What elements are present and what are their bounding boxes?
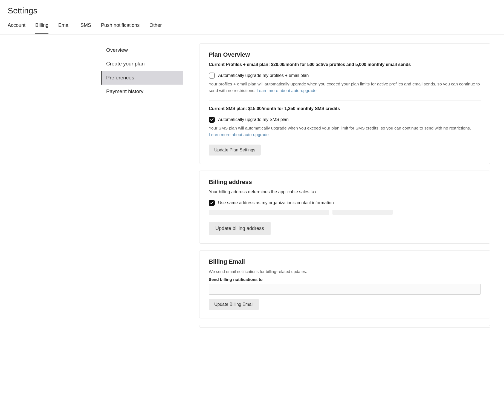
sidebar-item-create-plan[interactable]: Create your plan — [101, 57, 183, 71]
auto-upgrade-sms-link[interactable]: Learn more about auto-upgrade — [209, 132, 269, 137]
sidebar-item-overview[interactable]: Overview — [101, 43, 183, 57]
tab-email[interactable]: Email — [58, 22, 71, 34]
tab-billing[interactable]: Billing — [35, 22, 48, 34]
tab-sms[interactable]: SMS — [80, 22, 91, 34]
auto-upgrade-sms-desc: Your SMS plan will automatically upgrade… — [209, 125, 481, 138]
auto-upgrade-sms-label: Automatically upgrade my SMS plan — [218, 117, 289, 122]
tab-push-notifications[interactable]: Push notifications — [101, 22, 140, 34]
billing-address-subtitle: Your billing address determines the appl… — [209, 189, 481, 194]
redacted-address-row — [209, 210, 481, 215]
update-billing-email-button[interactable]: Update Billing Email — [209, 299, 259, 310]
same-address-label: Use same address as my organization's co… — [218, 200, 334, 205]
billing-email-input[interactable] — [209, 284, 481, 295]
tab-account[interactable]: Account — [8, 22, 25, 34]
profiles-plan-line: Current Profiles + email plan: $20.00/mo… — [209, 62, 481, 67]
tab-other[interactable]: Other — [149, 22, 162, 34]
page-title: Settings — [8, 6, 496, 15]
billing-email-subtitle: We send email notifications for billing-… — [209, 269, 481, 274]
auto-upgrade-profiles-link[interactable]: Learn more about auto-upgrade — [257, 88, 317, 93]
plan-overview-card: Plan Overview Current Profiles + email p… — [199, 43, 490, 164]
redacted-address-2 — [332, 210, 393, 215]
redacted-address-1 — [209, 210, 329, 215]
billing-sidebar: Overview Create your plan Preferences Pa… — [8, 43, 183, 334]
plan-overview-title: Plan Overview — [209, 51, 481, 58]
plan-divider — [209, 100, 481, 101]
billing-email-card: Billing Email We send email notification… — [199, 250, 490, 318]
billing-address-title: Billing address — [209, 179, 481, 186]
check-icon — [210, 118, 214, 122]
sms-plan-line: Current SMS plan: $15.00/month for 1,250… — [209, 106, 481, 111]
billing-email-title: Billing Email — [209, 258, 481, 265]
sidebar-item-preferences[interactable]: Preferences — [101, 71, 183, 85]
update-billing-address-button[interactable]: Update billing address — [209, 222, 271, 235]
auto-upgrade-profiles-label: Automatically upgrade my profiles + emai… — [218, 73, 309, 78]
auto-upgrade-sms-checkbox[interactable] — [209, 117, 215, 123]
same-address-checkbox[interactable] — [209, 200, 215, 206]
auto-upgrade-profiles-desc: Your profiles + email plan will automati… — [209, 81, 481, 94]
billing-email-field-label: Send billing notifications to — [209, 277, 481, 282]
sidebar-item-payment-history[interactable]: Payment history — [101, 85, 183, 98]
auto-upgrade-profiles-checkbox[interactable] — [209, 73, 215, 79]
top-tabs: Account Billing Email SMS Push notificat… — [0, 15, 504, 34]
next-card-peek — [199, 325, 490, 328]
billing-address-card: Billing address Your billing address det… — [199, 171, 490, 244]
update-plan-settings-button[interactable]: Update Plan Settings — [209, 145, 261, 156]
check-icon — [210, 201, 214, 205]
